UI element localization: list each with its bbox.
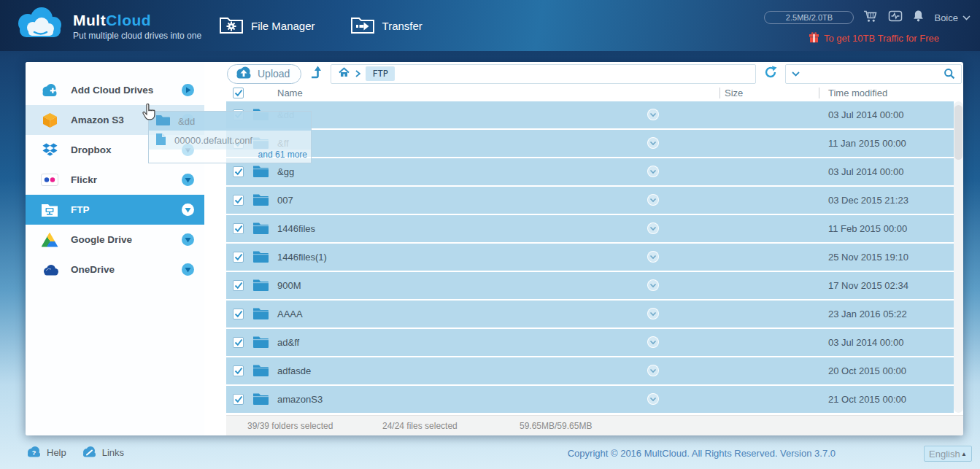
sidebar-item-flickr[interactable]: Flickr: [26, 165, 204, 195]
table-row[interactable]: amazonS3 21 Oct 2015 00:00: [226, 386, 954, 413]
traffic-promo-link[interactable]: To get 10TB Traffic for Free: [809, 31, 939, 45]
time-modified: 20 Oct 2015 00:00: [828, 365, 906, 376]
file-name[interactable]: 1446files(1): [277, 252, 327, 263]
row-actions-chevron-icon[interactable]: [647, 393, 659, 405]
file-name[interactable]: AAAA: [277, 309, 303, 319]
table-row[interactable]: &ff 11 Jan 2015 00:00: [226, 130, 954, 157]
row-actions-chevron-icon[interactable]: [647, 251, 659, 263]
table-row[interactable]: &gg 03 Jul 2014 00:00: [226, 158, 954, 185]
storage-usage-meter[interactable]: 2.5MB/2.0TB: [764, 11, 854, 24]
table-row[interactable]: AAAA 23 Jan 2016 05:22: [226, 301, 954, 327]
breadcrumb-item-ftp[interactable]: FTP: [366, 66, 395, 81]
row-checkbox[interactable]: [233, 280, 244, 291]
file-toolbar: Upload FTP: [227, 63, 962, 84]
language-select[interactable]: English ▲: [924, 446, 972, 462]
user-menu[interactable]: Boice: [934, 12, 971, 23]
file-name[interactable]: 007: [277, 195, 293, 206]
row-checkbox[interactable]: [233, 252, 244, 263]
links-cloud-icon: [81, 446, 98, 460]
nav-transfer-label: Transfer: [382, 20, 423, 32]
refresh-icon[interactable]: [763, 65, 778, 82]
time-modified: 03 Dec 2015 21:23: [828, 195, 908, 206]
upload-button[interactable]: Upload: [227, 64, 301, 84]
file-name[interactable]: amazonS3: [277, 394, 323, 405]
column-header-size[interactable]: Size: [725, 88, 743, 98]
sidebar-item-label: FTP: [71, 204, 90, 215]
table-row[interactable]: 900M 17 Nov 2015 02:34: [226, 272, 954, 299]
table-row[interactable]: adfasde 20 Oct 2015 00:00: [226, 357, 954, 384]
time-modified: 03 Jul 2014 00:00: [828, 166, 903, 177]
notifications-bell-icon[interactable]: [912, 9, 925, 26]
row-checkbox[interactable]: [233, 309, 244, 319]
help-cloud-icon: ?: [26, 446, 42, 460]
expand-down-icon[interactable]: [182, 204, 194, 216]
table-row[interactable]: 1446files(1) 25 Nov 2015 19:10: [226, 244, 954, 271]
go-up-level-icon[interactable]: [309, 65, 323, 82]
table-row[interactable]: 007 03 Dec 2015 21:23: [226, 187, 954, 214]
ftp-icon: [40, 202, 59, 218]
links-label: Links: [102, 447, 124, 458]
folder-icon: [252, 193, 269, 209]
row-actions-chevron-icon[interactable]: [647, 308, 659, 319]
sidebar-item-ftp[interactable]: FTP: [26, 195, 204, 225]
row-actions-chevron-icon[interactable]: [647, 166, 659, 177]
traffic-monitor-icon[interactable]: [888, 9, 903, 26]
language-value: English: [929, 449, 960, 460]
expand-down-icon[interactable]: [182, 233, 194, 246]
search-icon[interactable]: [944, 68, 955, 80]
files-selected-count: 24/24 files selected: [382, 421, 458, 431]
sidebar-item-google-drive[interactable]: Google Drive: [26, 225, 204, 255]
row-actions-chevron-icon[interactable]: [647, 222, 659, 234]
help-link[interactable]: ? Help: [26, 446, 66, 460]
folder-icon: [252, 249, 269, 265]
row-actions-chevron-icon[interactable]: [647, 336, 659, 348]
file-name[interactable]: 900M: [277, 280, 301, 291]
row-checkbox[interactable]: [233, 195, 244, 206]
nav-file-manager[interactable]: File Manager: [219, 15, 315, 36]
select-all-checkbox[interactable]: [233, 88, 244, 98]
footer-links: ? Help Links: [26, 446, 124, 460]
file-name[interactable]: adfasde: [277, 365, 311, 376]
expand-down-icon[interactable]: [182, 174, 194, 186]
expand-right-icon[interactable]: [182, 84, 194, 96]
row-actions-chevron-icon[interactable]: [647, 137, 659, 149]
file-name[interactable]: ad&ff: [277, 337, 299, 348]
column-header-name[interactable]: Name: [277, 88, 303, 98]
row-actions-chevron-icon[interactable]: [647, 279, 659, 291]
table-row[interactable]: &dd 03 Jul 2014 00:00: [226, 101, 954, 128]
drag-preview-item: &dd: [149, 112, 311, 131]
file-name[interactable]: 1446files: [277, 223, 315, 234]
vertical-scrollbar[interactable]: [954, 101, 963, 413]
table-row[interactable]: ad&ff 03 Jul 2014 00:00: [226, 329, 954, 356]
row-checkbox[interactable]: [233, 394, 244, 405]
row-actions-chevron-icon[interactable]: [647, 365, 659, 376]
sidebar-item-label: Add Cloud Drives: [71, 85, 153, 96]
cart-icon[interactable]: [863, 9, 879, 26]
drag-item-name: &dd: [178, 116, 195, 127]
scrollbar-thumb[interactable]: [954, 105, 962, 160]
expand-down-icon[interactable]: [182, 263, 194, 276]
row-checkbox[interactable]: [233, 337, 244, 348]
links-link[interactable]: Links: [81, 446, 124, 460]
svg-text:?: ?: [32, 449, 36, 457]
sidebar-item-onedrive[interactable]: OneDrive: [26, 255, 204, 284]
multcloud-logo[interactable]: MultCloud Put multiple cloud drives into…: [12, 6, 201, 47]
folder-icon: [252, 363, 269, 379]
row-actions-chevron-icon[interactable]: [647, 109, 659, 120]
traffic-promo-label: To get 10TB Traffic for Free: [824, 33, 939, 44]
home-icon[interactable]: [338, 66, 350, 81]
search-filter-chevron-icon[interactable]: [792, 71, 800, 77]
row-checkbox[interactable]: [233, 223, 244, 234]
file-name[interactable]: &gg: [277, 166, 294, 177]
nav-transfer[interactable]: Transfer: [350, 15, 423, 36]
folders-selected-count: 39/39 folders selected: [247, 421, 333, 431]
file-icon: [155, 133, 166, 148]
column-header-time-modified[interactable]: Time modified: [828, 88, 887, 98]
sidebar-item-add-cloud-drives[interactable]: Add Cloud Drives: [26, 75, 204, 105]
search-input[interactable]: [804, 69, 939, 80]
table-row[interactable]: 1446files 11 Feb 2015 00:00: [226, 215, 954, 242]
row-checkbox[interactable]: [233, 166, 244, 177]
row-checkbox[interactable]: [233, 365, 244, 376]
upload-label: Upload: [258, 68, 290, 80]
row-actions-chevron-icon[interactable]: [647, 194, 659, 206]
